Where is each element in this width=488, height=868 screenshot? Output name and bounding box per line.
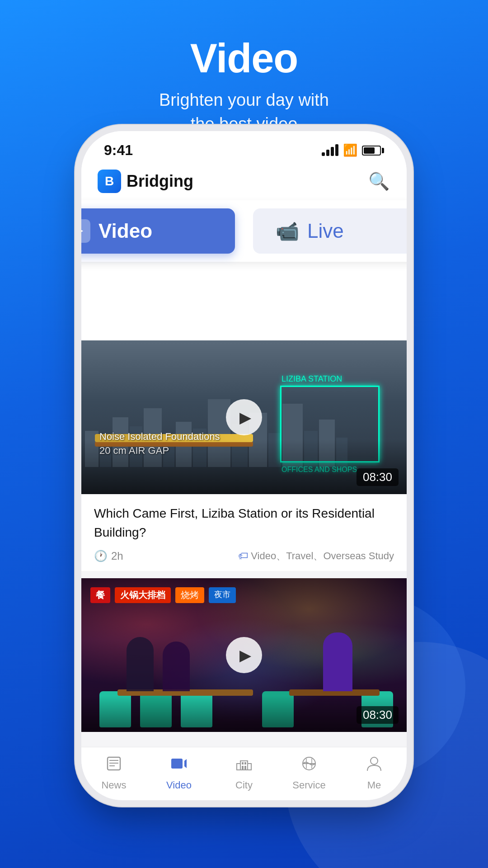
video-time-1: 🕐 2h xyxy=(94,550,123,562)
battery-icon xyxy=(362,146,384,156)
phone-frame: 9:41 📶 xyxy=(81,131,407,800)
hero-subtitle: Brighten your day withthe best video xyxy=(0,88,488,136)
nav-item-me[interactable]: Me xyxy=(342,755,407,791)
live-tab-icon: 📹 xyxy=(276,220,299,242)
neon-signs: 餐 火锅大排档 烧烤 夜市 xyxy=(90,587,398,603)
logo-icon: B xyxy=(98,170,121,193)
content-area: LIZIBA STATION OFFICES AND SHOPS Noise I… xyxy=(81,340,407,747)
nav-label-service: Service xyxy=(292,779,325,791)
svg-rect-12 xyxy=(242,766,244,770)
person-2 xyxy=(163,642,190,691)
service-icon xyxy=(300,755,318,777)
nav-label-news: News xyxy=(101,779,126,791)
nav-label-city: City xyxy=(235,779,253,791)
nav-item-news[interactable]: News xyxy=(81,755,146,791)
gradient-overlay xyxy=(81,440,407,494)
sign-2: 火锅大排档 xyxy=(115,587,171,603)
video-duration-2: 08:30 xyxy=(357,706,399,724)
person-3 xyxy=(323,632,352,691)
clock-icon: 🕐 xyxy=(94,550,108,562)
me-icon xyxy=(365,755,383,777)
svg-rect-8 xyxy=(237,764,240,770)
neon-label-1: LIZIBA STATION xyxy=(282,374,342,384)
video-info-1: Which Came First, Liziba Station or its … xyxy=(81,494,407,571)
sign-4: 夜市 xyxy=(209,587,236,603)
video-tags-1: 🏷 Video、Travel、Overseas Study xyxy=(238,549,394,563)
svg-rect-11 xyxy=(244,762,246,764)
phone-mockup: 9:41 📶 xyxy=(81,131,407,800)
video-meta-1: 🕐 2h 🏷 Video、Travel、Overseas Study xyxy=(94,549,394,563)
svg-rect-9 xyxy=(248,764,251,770)
news-icon xyxy=(105,755,123,777)
nav-item-city[interactable]: City xyxy=(211,755,277,791)
svg-rect-5 xyxy=(171,759,183,769)
nav-item-video[interactable]: Video xyxy=(146,755,211,791)
status-icons: 📶 xyxy=(322,143,384,157)
svg-rect-7 xyxy=(240,761,248,770)
svg-rect-10 xyxy=(242,762,244,764)
app-logo: B Bridging xyxy=(98,170,193,193)
sign-1: 餐 xyxy=(90,587,110,603)
signal-icon xyxy=(322,145,338,156)
svg-marker-6 xyxy=(184,759,187,768)
status-time: 9:41 xyxy=(104,142,133,159)
svg-rect-13 xyxy=(244,766,246,770)
phone-power-button xyxy=(407,258,413,312)
video-card-1: LIZIBA STATION OFFICES AND SHOPS Noise I… xyxy=(81,340,407,571)
bottom-nav: News Video xyxy=(81,747,407,800)
video-tab-icon xyxy=(81,219,90,243)
nav-item-service[interactable]: Service xyxy=(277,755,342,791)
nav-label-me: Me xyxy=(367,779,381,791)
tag-text-1: Video、Travel、Overseas Study xyxy=(251,549,394,563)
person-1 xyxy=(127,637,154,691)
video-icon xyxy=(170,755,188,777)
tab-live-label: Live xyxy=(307,220,344,242)
nav-label-video: Video xyxy=(166,779,192,791)
hero-title: Video xyxy=(0,36,488,81)
sign-3: 烧烤 xyxy=(175,587,204,603)
city-icon xyxy=(235,755,253,777)
phone-notch xyxy=(199,131,289,151)
app-header: B Bridging 🔍 xyxy=(81,162,407,200)
phone-volume-up-button xyxy=(75,271,81,321)
play-button-1[interactable]: ▶ xyxy=(226,399,262,435)
svg-marker-0 xyxy=(81,226,83,236)
tab-live[interactable]: 📹 Live xyxy=(253,208,407,254)
phone-volume-down-button xyxy=(75,330,81,380)
video-thumbnail-1[interactable]: LIZIBA STATION OFFICES AND SHOPS Noise I… xyxy=(81,340,407,494)
video-title-1: Which Came First, Liziba Station or its … xyxy=(94,504,394,542)
phone-screen: 9:41 📶 xyxy=(81,131,407,800)
video-thumbnail-2[interactable]: 餐 火锅大排档 烧烤 夜市 xyxy=(81,578,407,732)
play-button-2[interactable]: ▶ xyxy=(226,637,262,673)
tab-video[interactable]: Video xyxy=(81,208,235,254)
app-name: Bridging xyxy=(127,172,193,191)
video-card-2: 餐 火锅大排档 烧烤 夜市 xyxy=(81,578,407,732)
search-button[interactable]: 🔍 xyxy=(367,170,390,193)
tab-video-label: Video xyxy=(99,220,152,242)
svg-point-16 xyxy=(371,757,378,764)
tag-icon: 🏷 xyxy=(238,550,248,562)
phone-mute-button xyxy=(75,222,81,258)
video-duration-1: 08:30 xyxy=(357,468,399,486)
wifi-icon: 📶 xyxy=(343,143,357,157)
